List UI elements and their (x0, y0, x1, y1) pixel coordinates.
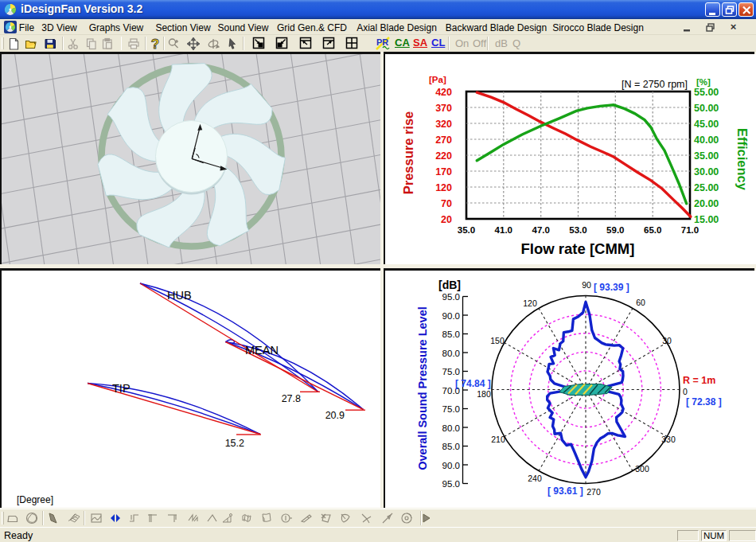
svg-text:0: 0 (683, 387, 688, 396)
svg-text:PR: PR (376, 37, 388, 47)
svg-text:Overall Sound Pressure Leve: Overall Sound Pressure Level (416, 306, 429, 470)
svg-text:45.00: 45.00 (694, 119, 719, 130)
svg-text:47.0: 47.0 (532, 225, 550, 235)
svg-text:300: 300 (635, 464, 649, 474)
svg-text:80.0: 80.0 (442, 423, 460, 433)
svg-text:60: 60 (636, 298, 645, 307)
svg-text:170: 170 (435, 166, 452, 177)
svg-text:90: 90 (582, 280, 591, 290)
svg-text:53.0: 53.0 (569, 225, 586, 235)
svg-text:30: 30 (662, 336, 672, 345)
svg-text:20.9: 20.9 (325, 410, 345, 421)
svg-text:75.0: 75.0 (442, 404, 460, 414)
svg-text:90.0: 90.0 (442, 311, 460, 321)
svg-text:R = 1m: R = 1m (683, 375, 715, 386)
svg-text:20: 20 (441, 214, 452, 225)
svg-text:40.00: 40.00 (694, 135, 719, 146)
svg-text:90.0: 90.0 (442, 461, 460, 470)
svg-text:[Degree]: [Degree] (17, 494, 53, 505)
svg-text:20.00: 20.00 (694, 198, 719, 209)
svg-text:59.0: 59.0 (606, 225, 624, 235)
svg-text:[ 93.61 ]: [ 93.61 ] (548, 485, 583, 497)
svg-text:MEAN: MEAN (245, 344, 279, 357)
svg-text:85.0: 85.0 (442, 442, 460, 451)
svg-text:[dB]: [dB] (438, 279, 461, 291)
svg-text:120: 120 (435, 182, 452, 193)
svg-text:50.00: 50.00 (694, 103, 719, 114)
svg-text:27.8: 27.8 (282, 393, 301, 404)
svg-text:71.0: 71.0 (681, 225, 699, 235)
svg-text:120: 120 (523, 298, 537, 308)
svg-text:[ 93.39 ]: [ 93.39 ] (594, 282, 629, 293)
svg-text:?: ? (151, 37, 159, 50)
svg-text:35.0: 35.0 (458, 225, 475, 235)
svg-text:220: 220 (435, 150, 452, 162)
svg-text:270: 270 (435, 135, 452, 146)
svg-text:95.0: 95.0 (442, 479, 460, 489)
svg-text:41.0: 41.0 (495, 225, 512, 235)
svg-text:Flow rate [CMM]: Flow rate [CMM] (521, 240, 635, 257)
svg-text:TIP: TIP (112, 382, 131, 395)
svg-text:320: 320 (435, 119, 452, 130)
svg-text:35.00: 35.00 (694, 150, 719, 162)
svg-text:150: 150 (490, 336, 505, 345)
svg-text:Efficiency: Efficiency (735, 128, 750, 191)
svg-text:270: 270 (586, 487, 601, 497)
svg-text:210: 210 (491, 435, 505, 444)
svg-text:25.00: 25.00 (694, 182, 719, 193)
svg-text:30.00: 30.00 (694, 166, 719, 177)
svg-text:85.0: 85.0 (442, 329, 460, 339)
svg-text:HUB: HUB (167, 289, 192, 302)
svg-text:[Pa]: [Pa] (429, 75, 446, 84)
svg-text:240: 240 (528, 474, 542, 483)
svg-text:15.2: 15.2 (225, 438, 244, 449)
svg-text:75.0: 75.0 (442, 367, 460, 376)
svg-text:15.00: 15.00 (694, 214, 719, 225)
svg-text:80.0: 80.0 (442, 349, 460, 358)
svg-text:[ 74.84 ]: [ 74.84 ] (455, 378, 491, 389)
svg-text:55.00: 55.00 (694, 87, 719, 98)
svg-text:370: 370 (435, 103, 452, 114)
svg-text:[%]: [%] (696, 77, 711, 87)
svg-text:Pressure rise: Pressure rise (401, 111, 415, 195)
svg-text:420: 420 (435, 87, 452, 98)
svg-text:[N = 2750 rpm]: [N = 2750 rpm] (622, 79, 688, 90)
svg-text:95.0: 95.0 (442, 292, 460, 302)
svg-text:65.0: 65.0 (644, 225, 661, 235)
svg-text:70: 70 (441, 198, 452, 209)
svg-text:180: 180 (477, 389, 491, 399)
svg-text:330: 330 (661, 435, 676, 444)
svg-text:[ 72.38 ]: [ 72.38 ] (686, 396, 722, 407)
